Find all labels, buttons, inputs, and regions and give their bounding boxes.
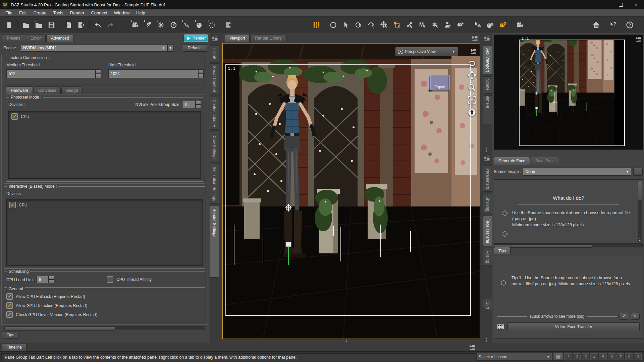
save-scene-button[interactable]: [46, 19, 57, 31]
tab-timeline[interactable]: Timeline: [2, 343, 26, 351]
open-scene-button[interactable]: [20, 19, 32, 31]
create-camera-button[interactable]: [129, 19, 141, 31]
tips-tab-left[interactable]: Tips: [2, 331, 19, 339]
tab-shaping[interactable]: Shaping: [483, 194, 492, 214]
tab-surfaces[interactable]: Surfaces: [483, 299, 492, 309]
vscrollbar-thumb[interactable]: [638, 181, 642, 200]
pane-menu-icon[interactable]: [212, 35, 218, 42]
joint-editor-tool-button[interactable]: [404, 19, 415, 31]
high-threshold-input[interactable]: 1024: [108, 69, 198, 78]
redo-button[interactable]: [105, 19, 116, 31]
aux-scene-3d[interactable]: [520, 40, 624, 145]
new-render-button[interactable]: [514, 19, 525, 31]
option-checkbox[interactable]: [6, 293, 13, 300]
whats-this-button[interactable]: [607, 19, 619, 31]
general-option-row[interactable]: Allow GPU Detection (Requires Restart): [6, 302, 203, 309]
tab-posing[interactable]: Posing: [483, 248, 492, 266]
cpu-checkbox[interactable]: [11, 113, 18, 120]
left-pane-hscrollbar[interactable]: [4, 326, 205, 330]
tab-scene[interactable]: Scene: [483, 76, 492, 93]
create-null-button[interactable]: [206, 19, 217, 31]
tab-simulation-settings[interactable]: Simulation Settings: [210, 164, 219, 204]
medium-threshold-stepper[interactable]: [96, 69, 101, 78]
lesson-number-button[interactable]: 5: [599, 353, 607, 360]
camera-tool-button[interactable]: [455, 19, 466, 31]
video-face-transfer-button[interactable]: Video: Face Transfer: [507, 322, 640, 331]
import-button[interactable]: [62, 19, 74, 31]
tab-canvases[interactable]: Canvases: [34, 86, 61, 94]
hscrollbar-thumb[interactable]: [4, 327, 116, 330]
create-distant-light-button[interactable]: [142, 19, 154, 31]
render-settings-button[interactable]: [497, 19, 508, 31]
menu-item[interactable]: Tools: [50, 10, 66, 15]
tab-smart-content[interactable]: Smart Content: [210, 63, 219, 95]
pane-menu-icon[interactable]: [469, 344, 476, 350]
tab-render-settings[interactable]: Render Settings: [210, 206, 219, 278]
cpu-thread-affinity-row[interactable]: CPU Thread Affinity: [107, 276, 152, 283]
lesson-number-button[interactable]: 6: [608, 353, 615, 360]
tab-content-library[interactable]: Content Library: [210, 97, 219, 130]
close-button[interactable]: ×: [629, 0, 644, 9]
tab-generate-face[interactable]: Generate Face: [494, 157, 530, 165]
menu-item[interactable]: File: [2, 10, 16, 15]
rotate-tool-button[interactable]: [353, 19, 364, 31]
pane-menu-icon[interactable]: [470, 48, 477, 54]
universal-tool-button[interactable]: [327, 19, 339, 31]
figure-setup-button[interactable]: [442, 19, 453, 31]
zoom-camera-tool[interactable]: [468, 83, 476, 92]
node-selection-tool-button[interactable]: [340, 19, 352, 31]
tab-advanced[interactable]: Advanced: [46, 34, 73, 42]
lesson-film-button[interactable]: [553, 353, 563, 361]
tab-hardware[interactable]: Hardware: [6, 86, 33, 94]
tab-parameters[interactable]: Parameters: [483, 166, 492, 192]
frame-camera-tool[interactable]: [468, 96, 476, 104]
help-hscrollbar[interactable]: [494, 244, 643, 247]
texture-atlas-button[interactable]: [311, 19, 322, 31]
device-row-cpu[interactable]: CPU: [7, 200, 203, 210]
lesson-number-button[interactable]: 1: [564, 353, 572, 360]
option-checkbox[interactable]: [6, 302, 13, 309]
maximize-button[interactable]: [613, 0, 629, 9]
daz-central-button[interactable]: [590, 19, 602, 31]
measure-metrics-tool-button[interactable]: [417, 19, 428, 31]
tab-draw-settings[interactable]: Draw Settings: [210, 132, 219, 162]
export-button[interactable]: [75, 19, 87, 31]
pane-menu-icon[interactable]: [484, 35, 490, 42]
source-image-dropdown[interactable]: None ▼: [523, 168, 631, 176]
create-photometric-light-button[interactable]: [168, 19, 179, 31]
scene-outline-button[interactable]: [223, 19, 234, 31]
tab-presets[interactable]: Presets: [2, 34, 25, 42]
lesson-number-button[interactable]: 3: [582, 353, 589, 360]
pan-camera-tool[interactable]: [468, 71, 476, 79]
defaults-button[interactable]: Defaults: [183, 44, 207, 52]
lesson-number-button[interactable]: 9: [634, 353, 642, 360]
engine-dropdown-button[interactable]: ▼: [167, 44, 173, 52]
tab-install[interactable]: Install: [210, 46, 219, 61]
orbit-camera-tool[interactable]: [468, 58, 476, 67]
minimize-button[interactable]: [598, 0, 613, 9]
create-point-light-button[interactable]: [155, 19, 166, 31]
tab-environment[interactable]: Environment: [483, 96, 492, 124]
scale-tool-button[interactable]: [391, 19, 402, 31]
viewport-canvas[interactable]: 1 : 1 Export Perspective View ▼: [222, 43, 480, 339]
create-spotlight-button[interactable]: [180, 19, 192, 31]
pane-menu-icon[interactable]: [635, 36, 642, 42]
cpu-checkbox[interactable]: [9, 202, 16, 208]
engine-dropdown[interactable]: NVIDIA Iray (MDL) ▼: [21, 44, 167, 52]
next-tip-button[interactable]: >: [631, 313, 640, 320]
option-checkbox[interactable]: [6, 311, 13, 318]
cpu-thread-affinity-checkbox[interactable]: [107, 276, 113, 283]
tab-viewport[interactable]: Viewport: [225, 34, 250, 42]
tab-scroll-arrows[interactable]: ▲▼: [480, 147, 492, 153]
menu-item[interactable]: Edit: [16, 10, 30, 15]
menu-item[interactable]: Create: [30, 10, 50, 15]
viewport-splitter-handle[interactable]: ▼▲: [345, 338, 348, 342]
prev-tip-button[interactable]: <: [620, 313, 628, 320]
view-selector-dropdown[interactable]: Perspective View ▼: [395, 47, 458, 56]
lesson-number-button[interactable]: 8: [625, 353, 633, 360]
scrollbar-arrows[interactable]: ▲▼: [638, 237, 642, 242]
cpu-load-limit-stepper[interactable]: [49, 276, 54, 283]
general-option-row[interactable]: Allow CPU Fallback (Requires Restart): [6, 293, 203, 300]
geometry-editor-tool-button[interactable]: [429, 19, 441, 31]
reset-camera-tool[interactable]: [468, 108, 476, 117]
